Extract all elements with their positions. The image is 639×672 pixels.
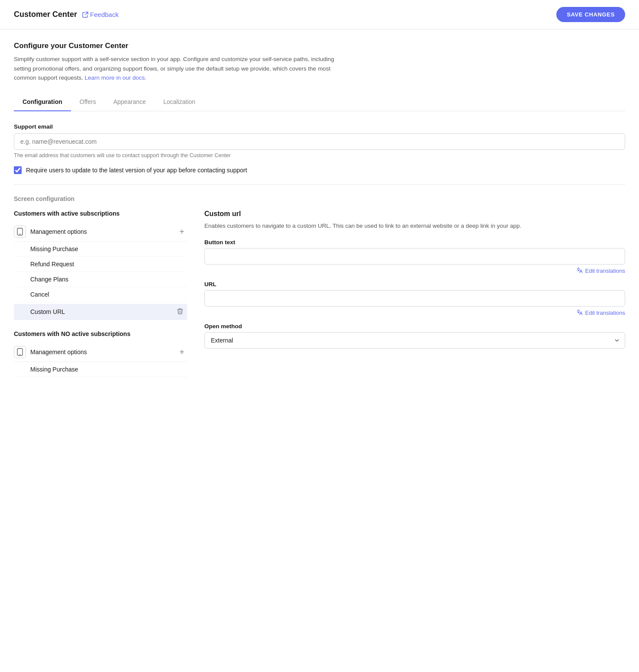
list-item: Change Plans (14, 272, 187, 287)
left-column: Customers with active subscriptions Mana… (14, 210, 187, 377)
management-options-row-active: Management options + (14, 222, 187, 242)
list-item: Cancel (14, 287, 187, 302)
support-email-label: Support email (14, 123, 625, 130)
custom-url-row[interactable]: Custom URL (14, 304, 187, 320)
svg-point-1 (19, 233, 20, 234)
screen-config-title: Screen configuration (14, 195, 625, 202)
translate-icon-2 (576, 309, 583, 316)
button-text-label: Button text (204, 239, 625, 246)
list-item: Missing Purchase (14, 362, 187, 377)
tab-configuration[interactable]: Configuration (14, 93, 71, 111)
docs-link[interactable]: Learn more in our docs. (85, 74, 147, 81)
update-required-label: Require users to update to the latest ve… (26, 167, 247, 174)
save-changes-button[interactable]: SAVE CHANGES (556, 7, 625, 22)
update-required-row: Require users to update to the latest ve… (14, 166, 625, 185)
header-left: Customer Center Feedback (14, 10, 119, 19)
custom-url-label: Custom URL (30, 308, 65, 315)
support-email-input[interactable] (14, 133, 625, 150)
management-options-label-active: Management options (30, 228, 172, 235)
add-management-option-button-inactive[interactable]: + (177, 347, 187, 357)
translate-icon (576, 267, 583, 274)
support-email-hint: The email address that customers will us… (14, 152, 625, 158)
custom-url-panel-title: Custom url (204, 210, 625, 218)
edit-translations-label-2: Edit translations (585, 310, 626, 316)
tab-offers[interactable]: Offers (71, 93, 105, 111)
active-subs-title: Customers with active subscriptions (14, 210, 187, 217)
edit-translations-url[interactable]: Edit translations (204, 309, 625, 316)
open-method-field-group: Open method External Internal (204, 323, 625, 349)
open-method-select[interactable]: External Internal (204, 332, 625, 349)
header: Customer Center Feedback SAVE CHANGES (0, 0, 639, 29)
main-content: Configure your Customer Center Simplify … (0, 29, 639, 389)
button-text-input[interactable] (204, 248, 625, 265)
url-field-group: URL Edit translations (204, 281, 625, 316)
right-column: Custom url Enables customers to navigate… (204, 210, 625, 356)
edit-translations-button-text[interactable]: Edit translations (204, 267, 625, 274)
external-link-icon (82, 12, 88, 18)
page-description-text: Simplify customer support with a self-se… (14, 56, 334, 81)
tab-localization[interactable]: Localization (155, 93, 204, 111)
list-item: Missing Purchase (14, 242, 187, 257)
support-email-section: Support email The email address that cus… (14, 123, 625, 158)
phone-icon (14, 226, 26, 238)
list-item: Refund Request (14, 257, 187, 272)
management-options-row-inactive: Management options + (14, 342, 187, 362)
two-column-layout: Customers with active subscriptions Mana… (14, 210, 625, 377)
update-required-checkbox[interactable] (14, 166, 22, 174)
page-title: Configure your Customer Center (14, 42, 625, 50)
url-input[interactable] (204, 290, 625, 307)
management-options-label-inactive: Management options (30, 349, 172, 355)
tabs: Configuration Offers Appearance Localiza… (14, 93, 625, 111)
app-title: Customer Center (14, 10, 77, 19)
url-label: URL (204, 281, 625, 288)
edit-translations-label-1: Edit translations (585, 268, 626, 274)
page-description: Simplify customer support with a self-se… (14, 55, 343, 83)
phone-icon-2 (14, 346, 26, 358)
svg-point-3 (19, 354, 20, 355)
feedback-link[interactable]: Feedback (82, 11, 119, 18)
add-management-option-button-active[interactable]: + (177, 226, 187, 237)
delete-custom-url-icon[interactable] (177, 308, 184, 316)
no-sub-title: Customers with NO active subscriptions (14, 330, 187, 337)
open-method-label: Open method (204, 323, 625, 330)
feedback-label: Feedback (90, 11, 119, 18)
custom-url-panel-desc: Enables customers to navigate to a custo… (204, 221, 625, 231)
tab-appearance[interactable]: Appearance (105, 93, 155, 111)
button-text-field-group: Button text Edit translations (204, 239, 625, 274)
